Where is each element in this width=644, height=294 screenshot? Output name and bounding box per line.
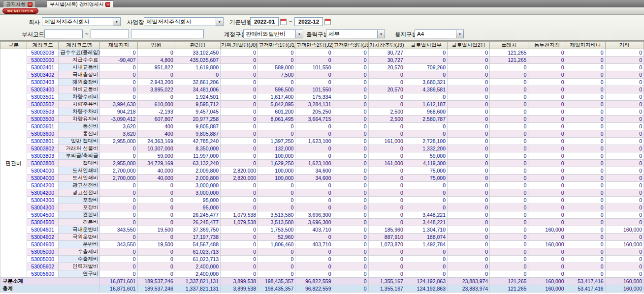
table-row[interactable]: 53004600운반비343,55019,50054,567,48801,806… [0, 241, 644, 248]
table-row[interactable]: 53003600통신비3,6204009,805,88700000000000 [0, 130, 644, 138]
table-row[interactable]: 53003800접대비2,955,00034,729,16963,132,240… [0, 160, 644, 167]
value-cell: 0 [605, 138, 644, 145]
value-cell: 0 [490, 204, 528, 211]
value-cell: 0 [137, 234, 175, 241]
column-header: 글로벌사업부 [405, 42, 447, 49]
table-row[interactable]: 53004200광고선전비003,000,00000000000000 [0, 189, 644, 197]
table-row[interactable]: 53003502차량주유비-3,994,630610,0009,595,7120… [0, 101, 644, 108]
table-row[interactable]: 53004000도서인쇄비2,700,00040,0002,009,8002,8… [0, 167, 644, 175]
table-row[interactable]: 53003802거래처 선물비010,307,0008,350,0000132,… [0, 145, 644, 152]
table-row[interactable]: 53004000도서인쇄비2,700,00040,0002,009,8002,8… [0, 175, 644, 182]
table-row[interactable]: 53003601통신비3,6204009,805,88700000000000 [0, 123, 644, 130]
value-cell: 0 [528, 182, 566, 189]
value-cell: 96,822,559 [295, 285, 333, 293]
value-cell: 343,550 [100, 241, 137, 248]
table-row[interactable]: 53004300포장비0095,00000000000000 [0, 204, 644, 211]
account-name-cell: 국내운반비 [59, 226, 100, 234]
dept-code-from-input[interactable] [44, 29, 83, 38]
table-row[interactable]: 53004500견본비0026,245,4771,079,5383,513,58… [0, 211, 644, 219]
table-row[interactable]: 53004300포장비0095,00000000000000 [0, 197, 644, 204]
account-name-cell: 차량주유비 [59, 101, 100, 108]
value-cell: 9,457,045 [175, 108, 220, 116]
value-cell: 0 [295, 270, 333, 278]
table-row[interactable]: 53003403해외출장비02,943,20032,861,206000003,… [0, 79, 644, 86]
value-cell: 0 [566, 71, 605, 79]
account-code-cell: 53004500 [27, 219, 59, 226]
group-cell: 판관비 [0, 49, 27, 278]
value-cell: 0 [333, 71, 368, 79]
calendar-icon[interactable] [324, 19, 331, 25]
account-name-cell: 수출제비 [59, 256, 100, 263]
value-cell: 0 [295, 79, 333, 86]
account-code-cell: 53004300 [27, 204, 59, 211]
value-cell: 0 [566, 211, 605, 219]
tab-close-icon[interactable]: × [28, 2, 32, 7]
table-row[interactable]: 53004200광고선전비003,000,00000000000000 [0, 182, 644, 189]
table-row[interactable]: 53003000지급수수료-90,4074,800435,035,6070000… [0, 57, 644, 64]
workplace-select[interactable]: 제일저지주식회사 ▼ [144, 17, 224, 26]
table-row[interactable]: 53004601국내운반비343,55019,50037,369,75001,7… [0, 226, 644, 234]
dept-code-to-input[interactable] [91, 29, 129, 38]
tab-close-icon[interactable]: × [105, 2, 110, 7]
value-cell: 0 [333, 93, 368, 101]
value-cell: 0 [220, 138, 258, 145]
value-cell: 0 [448, 270, 490, 278]
value-cell: 160,000 [528, 278, 566, 285]
value-cell: 0 [295, 234, 333, 241]
column-header: 관리팀 [175, 42, 220, 49]
table-row[interactable]: 53003803부의금/축의금059,00011,997,0000100,000… [0, 152, 644, 160]
table-row[interactable]: 판관비53003008급수수료(클레임)0033,102,450000030,7… [0, 49, 644, 57]
value-cell: 0 [333, 138, 368, 145]
table-row[interactable]: 53003500차량유지비-3,090,412607,80720,977,258… [0, 116, 644, 123]
chevron-down-icon: ▼ [216, 18, 223, 26]
table-row[interactable]: 53003501차량수리비001,924,50101,617,400175,33… [0, 93, 644, 101]
table-row[interactable]: 53005000수출제비0061,023,71300000000000 [0, 248, 644, 256]
account-name-cell: 도서인쇄비 [59, 167, 100, 175]
output-type-select[interactable]: 세부 ▼ [326, 29, 385, 38]
value-cell: 0 [137, 211, 175, 219]
tab-expense-report[interactable]: 부서별(세목) 경비명세서 × [47, 0, 113, 7]
dept-name-field[interactable] [131, 29, 204, 38]
table-row[interactable]: 53005000수출제비0061,023,71300000000000 [0, 256, 644, 263]
value-cell: 0 [448, 241, 490, 248]
value-cell: 24,363,169 [137, 138, 175, 145]
column-header: 계정코드 [27, 42, 59, 49]
table-row[interactable]: 53003503차량주차비904,218-2,1939,457,0450601,… [0, 108, 644, 116]
value-cell: 3,000,000 [175, 189, 220, 197]
value-cell: 0 [100, 270, 137, 278]
column-header: 기타 [605, 42, 644, 49]
table-row[interactable]: 53003401시내교통비0951,8221,619,8000589,00010… [0, 64, 644, 71]
period-from-input[interactable]: 2022-01 [250, 17, 279, 26]
paper-type-select[interactable]: A4 ▼ [415, 29, 464, 38]
menu-open-button[interactable]: MENU OPEN [2, 8, 38, 14]
calendar-icon[interactable] [280, 19, 287, 25]
value-cell: 0 [295, 71, 333, 79]
period-to-input[interactable]: 2022-12 [294, 17, 323, 26]
table-row[interactable]: 53004602국외운반비0017,197,738052,96000887,91… [0, 234, 644, 241]
tab-notice[interactable]: 공지사항 × [3, 0, 35, 7]
value-cell: 0 [528, 116, 566, 123]
value-cell: 124,192,863 [405, 278, 447, 285]
account-name-cell: 인력개발비 [59, 263, 100, 270]
value-cell: 0 [175, 71, 220, 79]
value-cell: 189,537,246 [137, 278, 175, 285]
value-cell: 0 [448, 182, 490, 189]
value-cell: 0 [605, 167, 644, 175]
value-cell: 189,537,246 [137, 285, 175, 293]
table-row[interactable]: 53003400여비교통비03,895,02234,481,0060596,50… [0, 86, 644, 93]
value-cell: 0 [100, 211, 137, 219]
value-cell: 53,417,416 [566, 278, 605, 285]
value-cell: 0 [137, 219, 175, 226]
table-row[interactable]: 53003402국내출장비00007,500000000000 [0, 71, 644, 79]
table-row[interactable]: 53005600연구비002,400,00000000000000 [0, 270, 644, 278]
value-cell: 0 [258, 182, 295, 189]
value-cell: 2,955,000 [100, 138, 137, 145]
value-cell: 0 [333, 145, 368, 152]
value-cell: 0 [100, 256, 137, 263]
table-row[interactable]: 53004500견본비0026,245,4771,079,5383,513,58… [0, 219, 644, 226]
company-select[interactable]: 제일저지주식회사 ▼ [42, 17, 121, 26]
table-row[interactable]: 53003801일반 접대비2,955,00024,363,16942,785,… [0, 138, 644, 145]
account-type-select[interactable]: 판매비와일반비 ▼ [243, 29, 303, 38]
value-cell: 0 [258, 197, 295, 204]
table-row[interactable]: 53005602인력개발비002,400,00000000000000 [0, 263, 644, 270]
